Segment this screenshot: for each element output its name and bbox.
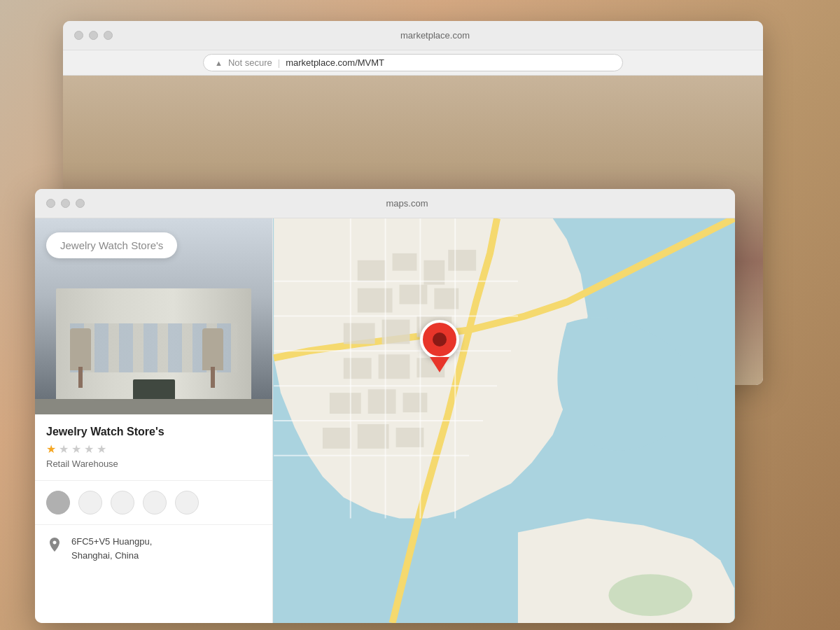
svg-rect-7 <box>358 288 393 313</box>
star-1: ★ <box>46 442 56 456</box>
store-sidebar: Jewelry Watch Store's Jewelry Watch Stor… <box>35 218 273 623</box>
maps-traffic-light-yellow[interactable] <box>61 199 70 208</box>
building-door <box>133 379 175 400</box>
maps-main-content: Jewelry Watch Store's Jewelry Watch Stor… <box>35 218 735 623</box>
address-section: 6FC5+V5 Huangpu, Shanghai, China <box>35 525 272 572</box>
search-bubble[interactable]: Jewelry Watch Store's <box>46 232 177 258</box>
photo-dot-3[interactable] <box>111 491 134 514</box>
svg-rect-3 <box>358 260 386 281</box>
star-3: ★ <box>71 442 81 456</box>
pin-dot <box>433 332 447 346</box>
rating-row: ★ ★ ★ ★ ★ <box>46 442 261 456</box>
tree-top-left <box>70 328 91 370</box>
star-2: ★ <box>59 442 69 456</box>
search-bubble-text: Jewelry Watch Store's <box>60 239 163 251</box>
tree-left <box>70 328 91 388</box>
pin-circle <box>420 320 459 359</box>
browser-front-title-bar: maps.com <box>35 189 735 218</box>
traffic-light-yellow[interactable] <box>89 31 98 40</box>
address-line1: 6FC5+V5 Huangpu, <box>71 536 152 547</box>
svg-rect-8 <box>400 285 428 304</box>
browser-back-title-bar: marketplace.com <box>63 21 763 50</box>
browser-back-domain: marketplace.com <box>118 30 752 41</box>
maps-browser-domain: maps.com <box>90 198 724 209</box>
svg-rect-4 <box>393 253 417 271</box>
address-text: 6FC5+V5 Huangpu, Shanghai, China <box>71 535 152 562</box>
map-pin <box>420 320 459 372</box>
tree-trunk-left <box>78 367 83 388</box>
store-name: Jewelry Watch Store's <box>46 426 261 438</box>
star-5: ★ <box>97 442 106 456</box>
warning-icon: ▲ <box>215 59 223 67</box>
map-area[interactable] <box>273 218 735 623</box>
maps-traffic-light-green[interactable] <box>76 199 85 208</box>
photo-dot-2[interactable] <box>78 491 102 514</box>
star-4: ★ <box>84 442 94 456</box>
store-image: Jewelry Watch Store's <box>35 218 272 414</box>
ground <box>35 399 272 414</box>
store-type: Retail Warehouse <box>46 458 261 469</box>
tree-trunk-right <box>211 367 215 388</box>
svg-rect-13 <box>344 358 372 379</box>
svg-rect-10 <box>344 323 375 344</box>
not-secure-label: Not secure <box>228 57 272 68</box>
svg-rect-17 <box>368 389 396 414</box>
svg-point-32 <box>608 574 692 616</box>
traffic-light-red[interactable] <box>74 31 83 40</box>
store-info-section: Jewelry Watch Store's ★ ★ ★ ★ ★ Retail W… <box>35 414 272 481</box>
url-divider: | <box>278 57 280 68</box>
browser-back-address-bar[interactable]: ▲ Not secure | marketplace.com/MVMT <box>63 50 763 76</box>
svg-rect-20 <box>358 424 389 449</box>
svg-rect-16 <box>330 393 361 414</box>
svg-rect-14 <box>379 354 410 379</box>
tree-right <box>202 328 223 388</box>
url-path: marketplace.com/MVMT <box>286 57 384 68</box>
tree-top-right <box>202 328 223 370</box>
photo-dot-1[interactable] <box>46 491 70 514</box>
photo-dot-4[interactable] <box>143 491 167 514</box>
svg-rect-6 <box>448 250 476 271</box>
photo-thumbnails <box>35 481 272 525</box>
pin-tail <box>430 357 449 372</box>
maps-traffic-light-red[interactable] <box>46 199 55 208</box>
svg-rect-18 <box>403 393 428 412</box>
building-illustration <box>49 274 258 400</box>
maps-browser-window: maps.com <box>35 189 735 623</box>
address-line2: Shanghai, China <box>71 550 139 561</box>
map-svg <box>273 218 735 623</box>
photo-dot-5[interactable] <box>175 491 199 514</box>
location-pin-icon <box>46 536 63 553</box>
svg-rect-19 <box>323 428 351 449</box>
traffic-light-green[interactable] <box>104 31 113 40</box>
